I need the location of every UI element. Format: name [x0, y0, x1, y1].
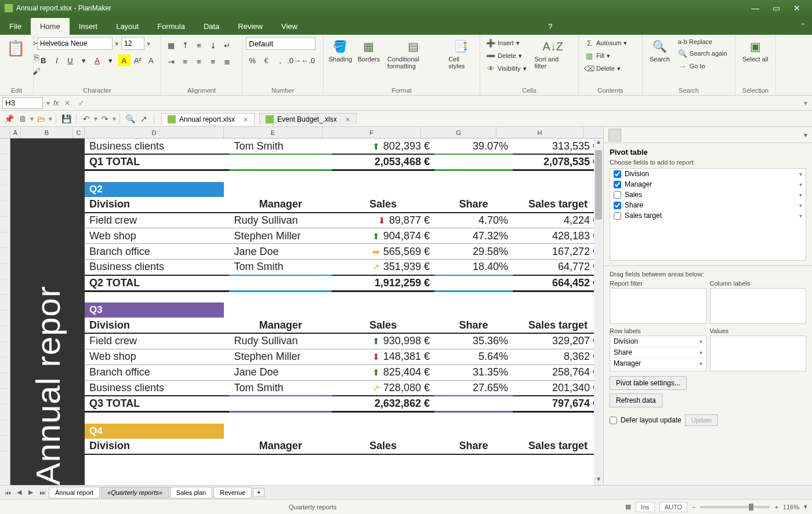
currency-button[interactable]: € — [260, 54, 273, 66]
worksheet[interactable]: A B C D E F G H Annual repor Business cl… — [0, 127, 603, 485]
tab-file[interactable]: File — [0, 18, 31, 35]
table-row[interactable]: Field crewRudy Sullivan ⬇89,877 € 4.70%4… — [85, 213, 603, 228]
font-size-input[interactable] — [121, 37, 144, 50]
qa-save-button[interactable]: 💾 — [60, 112, 72, 125]
sheet-nav-prev[interactable]: ◀ — [14, 489, 24, 496]
cell-reference-input[interactable] — [2, 97, 43, 109]
qa-arrow-button[interactable]: ↗ — [137, 112, 150, 125]
pivot-refresh-button[interactable]: Refresh data — [610, 393, 662, 407]
row-headers[interactable] — [0, 138, 10, 485]
table-row[interactable]: Business clientsTom Smith ↗351,939 € 18.… — [85, 260, 603, 275]
font-color-drop[interactable]: ▾ — [104, 54, 117, 66]
select-all-button[interactable]: ▣Select all — [739, 37, 772, 64]
chip-drop-icon[interactable]: ▾ — [699, 338, 702, 345]
scroll-thumb[interactable] — [595, 150, 602, 220]
fx-expand-button[interactable]: ▾ — [802, 99, 810, 107]
underline-button[interactable]: U — [64, 54, 76, 66]
formula-input[interactable] — [90, 97, 798, 109]
pivot-field-row[interactable]: Sales target▾ — [610, 210, 806, 221]
pivot-field-checkbox[interactable] — [614, 202, 621, 209]
qa-undo-button[interactable]: ↶ — [80, 112, 93, 125]
column-headers[interactable]: A B C D E F G H — [0, 127, 603, 138]
zoom-value[interactable]: 116% — [783, 504, 799, 511]
wrap-button[interactable]: ↵ — [220, 39, 233, 51]
comma-button[interactable]: , — [274, 54, 287, 66]
pivot-settings-button[interactable]: Pivot table settings... — [610, 376, 687, 390]
sheet-nav-first[interactable]: ⏮ — [2, 489, 13, 496]
tab-data[interactable]: Data — [194, 18, 229, 35]
fill-button[interactable]: ▥Fill ▾ — [582, 50, 629, 61]
delete-cells-button[interactable]: ➖Delete ▾ — [484, 50, 529, 61]
zoom-slider[interactable] — [700, 506, 770, 508]
chip-drop-icon[interactable]: ▾ — [699, 349, 702, 356]
font-name-drop[interactable]: ▾ — [115, 39, 119, 48]
area-rowlabels-box[interactable]: Division▾Share▾Manager▾ — [610, 336, 706, 371]
pivot-field-row[interactable]: Sales▾ — [610, 189, 806, 200]
bold-button[interactable]: B — [37, 54, 49, 66]
vertical-scrollbar[interactable]: ▲ ▼ — [594, 138, 603, 485]
collapse-ribbon-button[interactable]: ˄ — [794, 18, 812, 35]
defer-update-checkbox[interactable] — [610, 417, 617, 424]
align-mid-button[interactable]: ≡ — [193, 39, 205, 51]
font-name-input[interactable] — [37, 37, 113, 50]
highlight-button[interactable]: A — [118, 54, 130, 66]
goto-button[interactable]: →Go to — [676, 60, 730, 72]
field-drop-icon[interactable]: ▾ — [799, 192, 802, 198]
area-filter-box[interactable] — [610, 288, 706, 324]
area-collabels-box[interactable] — [710, 288, 807, 324]
fx-accept-button[interactable]: ✓ — [76, 99, 86, 107]
sheet-tab-3[interactable]: Sales plan — [170, 487, 212, 498]
cell-styles-button[interactable]: 📑Cell styles — [445, 37, 476, 71]
chip-drop-icon[interactable]: ▾ — [699, 360, 702, 367]
qa-print-button[interactable]: 🔍 — [124, 112, 136, 125]
tab-formula[interactable]: Formula — [148, 18, 194, 35]
underline-drop[interactable]: ▾ — [78, 54, 90, 66]
help-button[interactable]: ? — [541, 18, 559, 35]
close-tab-2[interactable]: ✕ — [345, 116, 350, 123]
zoom-out-button[interactable]: − — [692, 504, 695, 511]
close-tab-1[interactable]: ✕ — [243, 116, 248, 123]
cellref-drop[interactable]: ▾ — [46, 99, 50, 107]
merge-button[interactable]: ⇥ — [165, 56, 177, 67]
qa-open-button[interactable]: 🗁 — [35, 112, 48, 125]
doc-tab-2[interactable]: Event Budget_.xlsx✕ — [259, 113, 357, 125]
autosum-button[interactable]: ΣAutosum ▾ — [582, 37, 629, 49]
italic-button[interactable]: I — [50, 54, 63, 66]
status-auto[interactable]: AUTO — [659, 502, 687, 512]
replace-button[interactable]: a-b Replace — [676, 37, 730, 46]
table-row[interactable]: Web shopStephen Miller ⬆904,874 € 47.32%… — [85, 228, 603, 244]
insert-cells-button[interactable]: ➕Insert ▾ — [484, 37, 529, 49]
tab-insert[interactable]: Insert — [70, 18, 107, 35]
visibility-button[interactable]: 👁Visibility ▾ — [484, 63, 529, 74]
pivot-pane-menu[interactable]: ▾ — [804, 131, 807, 139]
pivot-row-chip[interactable]: Share▾ — [610, 347, 706, 358]
align-bot-button[interactable]: ⤓ — [206, 39, 219, 51]
conditional-formatting-button[interactable]: ▤Conditional formatting — [384, 37, 443, 71]
scroll-up-button[interactable]: ▲ — [594, 138, 603, 148]
percent-button[interactable]: % — [246, 54, 259, 66]
zoom-in-button[interactable]: + — [774, 504, 778, 511]
maximize-button[interactable]: ▭ — [766, 3, 786, 13]
pivot-field-checkbox[interactable] — [614, 191, 621, 199]
scroll-down-button[interactable]: ▼ — [594, 476, 603, 485]
sheet-tab-2[interactable]: «Quarterly reports» — [101, 487, 169, 498]
qa-new-button[interactable]: 🗎 — [16, 112, 29, 125]
superscript-button[interactable]: A² — [132, 54, 144, 66]
area-values-box[interactable] — [710, 336, 807, 371]
align-center-button[interactable]: ≡ — [193, 56, 205, 67]
add-sheet-button[interactable]: + — [253, 488, 264, 497]
pivot-row-chip[interactable]: Manager▾ — [610, 358, 706, 369]
table-row[interactable]: Web shopStephen Miller ⬇148,381 € 5.64%8… — [85, 349, 603, 364]
sort-filter-button[interactable]: A↓ZSort and filter — [531, 37, 575, 71]
border-button[interactable]: ▦ — [165, 39, 177, 51]
pivot-icon[interactable] — [608, 129, 621, 141]
sheet-nav-next[interactable]: ▶ — [26, 489, 36, 496]
field-drop-icon[interactable]: ▾ — [799, 181, 802, 188]
char-style-button[interactable]: A — [145, 54, 157, 66]
font-size-drop[interactable]: ▾ — [147, 39, 151, 48]
font-color-button[interactable]: A — [91, 54, 103, 66]
field-drop-icon[interactable]: ▾ — [799, 202, 802, 209]
dec-decimals-button[interactable]: ←.0 — [302, 54, 314, 66]
sheet-tab-4[interactable]: Revenue — [213, 487, 252, 498]
pivot-field-checkbox[interactable] — [614, 212, 621, 220]
